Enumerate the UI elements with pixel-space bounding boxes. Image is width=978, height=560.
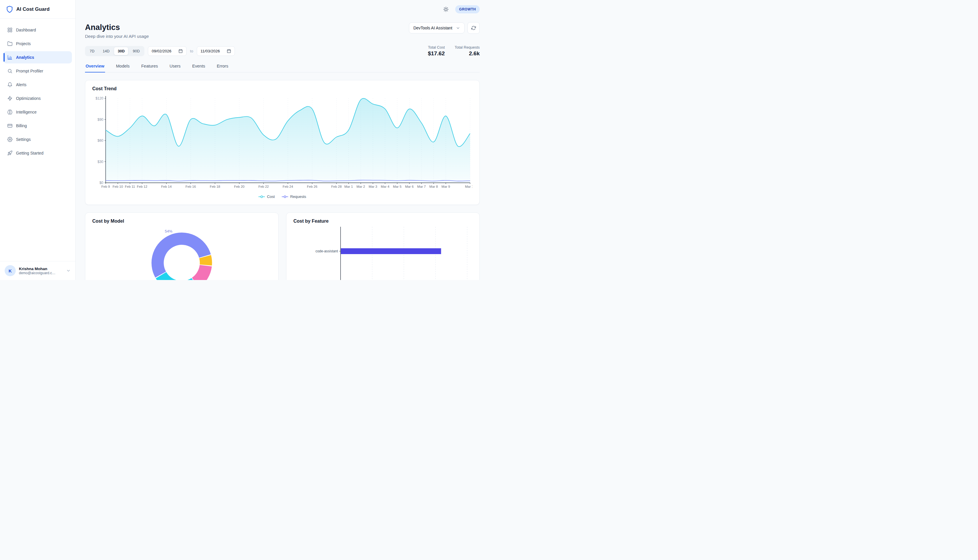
user-email: demo@aicostguard.c… <box>19 271 56 275</box>
svg-text:Feb 24: Feb 24 <box>283 185 293 188</box>
svg-text:$0: $0 <box>100 181 103 185</box>
sidebar-item-dashboard[interactable]: Dashboard <box>3 24 72 36</box>
cost-trend-chart: $0$30$60$90$120Feb 9Feb 10Feb 11Feb 12Fe… <box>92 94 472 192</box>
sidebar-item-label: Optimizations <box>16 96 41 101</box>
legend-item-cost: Cost <box>258 195 275 199</box>
folder-icon <box>7 41 13 46</box>
svg-text:Feb 12: Feb 12 <box>137 185 147 188</box>
gear-icon <box>7 137 13 142</box>
calendar-icon[interactable] <box>227 49 231 53</box>
svg-text:Mar 6: Mar 6 <box>405 185 413 188</box>
page-content: Analytics Deep dive into your AI API usa… <box>76 18 489 280</box>
sidebar-menu: DashboardProjectsAnalyticsPrompt Profile… <box>0 18 75 261</box>
svg-text:code-assistant: code-assistant <box>315 249 338 253</box>
user-name: Krishna Mohan <box>19 267 56 271</box>
svg-text:Feb 9: Feb 9 <box>101 185 110 188</box>
cost-trend-legend: CostRequests <box>92 195 472 199</box>
tab-users[interactable]: Users <box>169 64 181 72</box>
page-subtitle: Deep dive into your AI API usage <box>85 34 149 39</box>
sidebar-item-settings[interactable]: Settings <box>3 133 72 145</box>
timeframe-14d[interactable]: 14D <box>99 47 113 55</box>
timeframe-7d[interactable]: 7D <box>86 47 98 55</box>
page-title: Analytics <box>85 23 149 32</box>
project-selector[interactable]: DevTools AI Assistant <box>409 22 465 33</box>
svg-text:$90: $90 <box>98 118 103 122</box>
sidebar-item-projects[interactable]: Projects <box>3 38 72 50</box>
sidebar-item-intelligence[interactable]: Intelligence <box>3 106 72 118</box>
tab-features[interactable]: Features <box>141 64 158 72</box>
sidebar-item-prompt-profiler[interactable]: Prompt Profiler <box>3 65 72 77</box>
sidebar-item-label: Billing <box>16 123 27 128</box>
legend-item-requests: Requests <box>282 195 306 199</box>
svg-text:Mar 7: Mar 7 <box>417 185 426 188</box>
stat-value: $17.62 <box>428 50 445 57</box>
sidebar-item-billing[interactable]: Billing <box>3 120 72 132</box>
refresh-button[interactable] <box>467 22 480 34</box>
svg-text:Mar 11: Mar 11 <box>465 185 472 188</box>
stat-value: 2.6k <box>455 50 480 57</box>
date-to-value: 11/03/2026 <box>200 49 220 53</box>
legend-marker-icon <box>258 195 265 198</box>
timeframe-90d[interactable]: 90D <box>129 47 143 55</box>
svg-text:Mar 3: Mar 3 <box>368 185 377 188</box>
tab-overview[interactable]: Overview <box>85 64 105 72</box>
svg-text:Mar 1: Mar 1 <box>344 185 353 188</box>
stat-label: Total Cost <box>428 45 445 50</box>
tab-errors[interactable]: Errors <box>216 64 229 72</box>
theme-toggle-button[interactable] <box>441 4 451 15</box>
date-from-input[interactable]: 09/02/2026 <box>148 46 187 56</box>
app-root: AI Cost Guard DashboardProjectsAnalytics… <box>0 0 489 280</box>
sidebar-item-label: Alerts <box>16 82 27 87</box>
svg-text:Feb 16: Feb 16 <box>185 185 196 188</box>
svg-text:Feb 22: Feb 22 <box>258 185 269 188</box>
cost-by-model-chart: 54% <box>92 227 271 280</box>
bell-icon <box>7 82 13 87</box>
calendar-icon[interactable] <box>178 49 183 53</box>
zap-icon <box>7 96 13 101</box>
sidebar-item-alerts[interactable]: Alerts <box>3 78 72 91</box>
legend-label: Cost <box>267 195 275 199</box>
cost-trend-title: Cost Trend <box>92 86 472 92</box>
timeframe-group: 7D14D30D90D <box>85 46 144 56</box>
sidebar-item-label: Analytics <box>16 55 34 60</box>
rocket-icon <box>7 150 13 156</box>
cost-by-model-title: Cost by Model <box>92 218 271 224</box>
main-area: GROWTH Analytics Deep dive into your AI … <box>76 0 489 280</box>
bottom-cards-row: Cost by Model 54% Cost by Feature code-a… <box>85 205 480 280</box>
svg-text:Feb 28: Feb 28 <box>331 185 342 188</box>
sidebar-item-label: Prompt Profiler <box>16 69 43 73</box>
brand-name: AI Cost Guard <box>16 7 50 12</box>
sun-icon <box>443 7 449 12</box>
stat-total-requests: Total Requests2.6k <box>455 45 480 57</box>
sidebar-item-label: Projects <box>16 41 31 46</box>
sidebar-item-getting-started[interactable]: Getting Started <box>3 147 72 159</box>
dashboard-icon <box>7 27 13 33</box>
search-icon <box>7 68 13 73</box>
credit-card-icon <box>7 123 13 128</box>
stat-label: Total Requests <box>455 45 480 50</box>
shield-icon <box>6 5 13 13</box>
sidebar-item-optimizations[interactable]: Optimizations <box>3 92 72 105</box>
tab-models[interactable]: Models <box>115 64 130 72</box>
timeframe-30d[interactable]: 30D <box>114 47 128 55</box>
filter-row: 7D14D30D90D 09/02/2026 to 11/03/2026 Tot… <box>85 45 480 57</box>
bar-chart-icon <box>7 55 13 60</box>
chevron-down-icon <box>66 268 71 273</box>
summary-stats: Total Cost$17.62Total Requests2.6k <box>428 45 480 57</box>
svg-text:$60: $60 <box>98 138 103 143</box>
sidebar-item-label: Intelligence <box>16 110 37 114</box>
date-to-input[interactable]: 11/03/2026 <box>197 46 235 56</box>
chevron-down-icon <box>456 26 460 30</box>
svg-text:Feb 20: Feb 20 <box>234 185 245 188</box>
sidebar-item-label: Dashboard <box>16 28 36 32</box>
stat-total-cost: Total Cost$17.62 <box>428 45 445 57</box>
avatar: K <box>5 265 16 276</box>
cost-by-feature-chart: code-assistant <box>293 227 472 280</box>
brand[interactable]: AI Cost Guard <box>0 0 75 18</box>
svg-text:$30: $30 <box>98 160 103 164</box>
tab-events[interactable]: Events <box>192 64 205 72</box>
svg-text:Mar 8: Mar 8 <box>429 185 438 188</box>
sidebar-item-analytics[interactable]: Analytics <box>3 51 72 63</box>
svg-text:Feb 11: Feb 11 <box>125 185 135 188</box>
user-menu[interactable]: K Krishna Mohan demo@aicostguard.c… <box>0 261 75 280</box>
